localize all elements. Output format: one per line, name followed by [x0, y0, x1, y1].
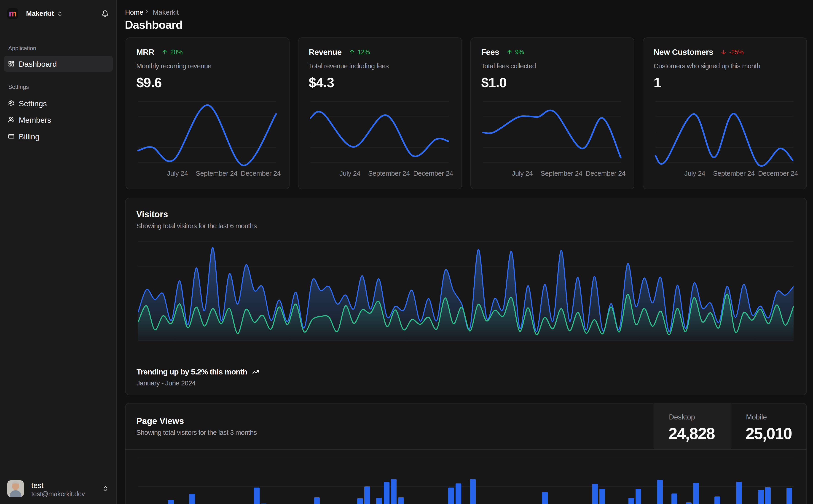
svg-text:m: m [9, 9, 17, 18]
